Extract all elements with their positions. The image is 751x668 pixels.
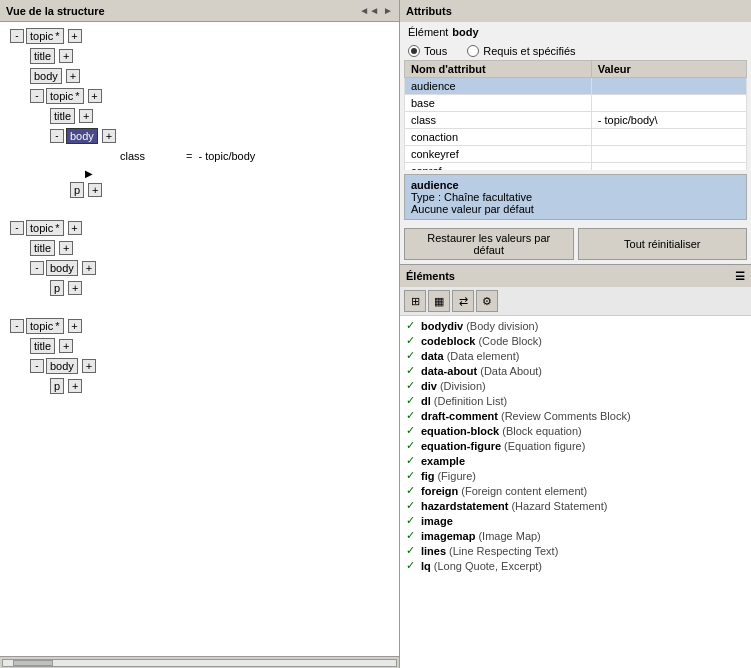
- elem-item[interactable]: ✓lines(Line Respecting Text): [400, 543, 751, 558]
- node-tag[interactable]: title: [50, 108, 75, 124]
- tree-node-row[interactable]: -topic *+: [0, 26, 399, 46]
- plus-button[interactable]: +: [102, 129, 116, 143]
- plus-button[interactable]: +: [59, 241, 73, 255]
- h-scrollbar-thumb[interactable]: [13, 660, 53, 666]
- elem-gear-btn[interactable]: ⚙: [476, 290, 498, 312]
- node-tag[interactable]: title: [30, 240, 55, 256]
- elem-item[interactable]: ✓image: [400, 513, 751, 528]
- check-icon: ✓: [406, 514, 418, 527]
- plus-button[interactable]: +: [59, 339, 73, 353]
- node-tag[interactable]: topic *: [26, 220, 64, 236]
- node-tag[interactable]: topic *: [46, 88, 84, 104]
- expand-button[interactable]: -: [30, 261, 44, 275]
- tree-node-row[interactable]: -body+: [0, 258, 399, 278]
- elem-item[interactable]: ✓lq(Long Quote, Excerpt): [400, 558, 751, 573]
- tree-node-row[interactable]: -topic *+: [0, 218, 399, 238]
- attr-col-name: Nom d'attribut: [405, 61, 592, 78]
- elem-list[interactable]: ✓bodydiv(Body division)✓codeblock(Code B…: [400, 316, 751, 668]
- node-tag[interactable]: topic *: [26, 28, 64, 44]
- expand-button[interactable]: -: [30, 89, 44, 103]
- attr-row[interactable]: conaction: [405, 129, 747, 146]
- attr-row[interactable]: conkeyref: [405, 146, 747, 163]
- tree-node-row[interactable]: -body+: [0, 126, 399, 146]
- elem-item[interactable]: ✓data(Data element): [400, 348, 751, 363]
- plus-button[interactable]: +: [88, 183, 102, 197]
- plus-button[interactable]: +: [59, 49, 73, 63]
- expand-button[interactable]: -: [50, 129, 64, 143]
- node-tag[interactable]: body: [46, 260, 78, 276]
- elem-desc: (Long Quote, Excerpt): [434, 560, 542, 572]
- elem-item[interactable]: ✓dl(Definition List): [400, 393, 751, 408]
- elem-item[interactable]: ✓foreign(Foreign content element): [400, 483, 751, 498]
- reset-button[interactable]: Tout réinitialiser: [578, 228, 748, 260]
- plus-button[interactable]: +: [79, 109, 93, 123]
- tree-node-row[interactable]: title+: [0, 336, 399, 356]
- elem-item[interactable]: ✓example: [400, 453, 751, 468]
- tree-node-row[interactable]: title+: [0, 106, 399, 126]
- tree-node-row[interactable]: title+: [0, 46, 399, 66]
- attr-row[interactable]: audience: [405, 78, 747, 95]
- node-tag[interactable]: title: [30, 338, 55, 354]
- plus-button[interactable]: +: [82, 261, 96, 275]
- node-tag[interactable]: body: [46, 358, 78, 374]
- attr-info-line2: Aucune valeur par défaut: [411, 203, 740, 215]
- tree-node-row[interactable]: p+: [0, 278, 399, 298]
- elem-item[interactable]: ✓bodydiv(Body division): [400, 318, 751, 333]
- elem-item[interactable]: ✓data-about(Data About): [400, 363, 751, 378]
- expand-button[interactable]: -: [10, 221, 24, 235]
- elem-item[interactable]: ✓fig(Figure): [400, 468, 751, 483]
- plus-button[interactable]: +: [68, 29, 82, 43]
- plus-button[interactable]: +: [68, 281, 82, 295]
- elem-item[interactable]: ✓equation-block(Block equation): [400, 423, 751, 438]
- plus-button[interactable]: +: [88, 89, 102, 103]
- attr-name-cell: conkeyref: [405, 146, 592, 163]
- tree-node-row[interactable]: -topic *+: [0, 316, 399, 336]
- attr-row[interactable]: base: [405, 95, 747, 112]
- plus-button[interactable]: +: [68, 221, 82, 235]
- elem-desc: (Equation figure): [504, 440, 585, 452]
- tree-node-row[interactable]: body+: [0, 66, 399, 86]
- attr-row[interactable]: conref: [405, 163, 747, 171]
- elem-item[interactable]: ✓div(Division): [400, 378, 751, 393]
- node-tag[interactable]: title: [30, 48, 55, 64]
- elem-item[interactable]: ✓hazardstatement(Hazard Statement): [400, 498, 751, 513]
- attr-row[interactable]: class- topic/body\: [405, 112, 747, 129]
- horizontal-scrollbar[interactable]: [0, 656, 399, 668]
- elem-item[interactable]: ✓equation-figure(Equation figure): [400, 438, 751, 453]
- elem-desc: (Code Block): [478, 335, 542, 347]
- restore-button[interactable]: Restaurer les valeurs par défaut: [404, 228, 574, 260]
- tree-area[interactable]: -topic *+title+body+-topic *+title+-body…: [0, 22, 399, 656]
- plus-button[interactable]: +: [82, 359, 96, 373]
- elem-item[interactable]: ✓draft-comment(Review Comments Block): [400, 408, 751, 423]
- plus-button[interactable]: +: [66, 69, 80, 83]
- elem-name: dl: [421, 395, 431, 407]
- elem-name: equation-figure: [421, 440, 501, 452]
- tree-node-row[interactable]: p+: [0, 180, 399, 200]
- node-tag[interactable]: body: [30, 68, 62, 84]
- node-tag[interactable]: body: [66, 128, 98, 144]
- tree-node-row[interactable]: p+: [0, 376, 399, 396]
- elem-swap-btn[interactable]: ⇄: [452, 290, 474, 312]
- node-tag[interactable]: topic *: [26, 318, 64, 334]
- tree-arrow-row: ▶: [0, 166, 399, 180]
- plus-button[interactable]: +: [68, 319, 82, 333]
- elem-item[interactable]: ✓imagemap(Image Map): [400, 528, 751, 543]
- radio-tous[interactable]: Tous: [408, 45, 447, 57]
- elem-item[interactable]: ✓codeblock(Code Block): [400, 333, 751, 348]
- radio-requis[interactable]: Requis et spécifiés: [467, 45, 575, 57]
- elem-table-btn[interactable]: ▦: [428, 290, 450, 312]
- tree-node-row[interactable]: -body+: [0, 356, 399, 376]
- expand-button[interactable]: -: [10, 29, 24, 43]
- tree-node-row[interactable]: title+: [0, 238, 399, 258]
- node-tag[interactable]: p: [50, 378, 64, 394]
- tree-node-row[interactable]: -topic *+: [0, 86, 399, 106]
- collapse-left-icon[interactable]: ◄◄: [359, 5, 379, 16]
- expand-button[interactable]: -: [10, 319, 24, 333]
- expand-right-icon[interactable]: ►: [383, 5, 393, 16]
- node-tag[interactable]: p: [50, 280, 64, 296]
- node-tag[interactable]: p: [70, 182, 84, 198]
- expand-button[interactable]: -: [30, 359, 44, 373]
- plus-button[interactable]: +: [68, 379, 82, 393]
- attr-table-container[interactable]: Nom d'attribut Valeur audiencebaseclass-…: [404, 60, 747, 170]
- elem-grid-btn[interactable]: ⊞: [404, 290, 426, 312]
